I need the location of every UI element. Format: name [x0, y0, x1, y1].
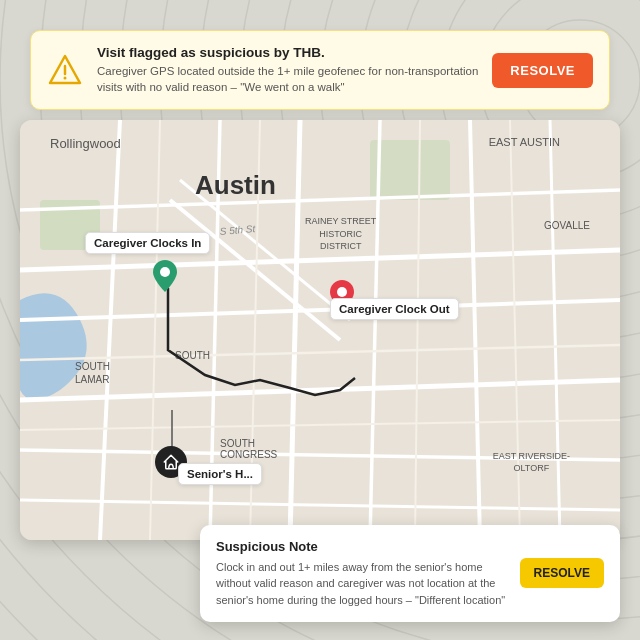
resolve-button-bottom[interactable]: RESOLVE	[520, 558, 604, 588]
map-container: S 5th St Rollingwood Austin EAST AUSTIN …	[20, 120, 620, 540]
svg-point-23	[64, 77, 67, 80]
clock-in-pin	[153, 260, 177, 290]
svg-point-52	[160, 267, 170, 277]
caregiver-clock-out-label: Caregiver Clock Out	[330, 298, 459, 320]
alert-description: Caregiver GPS located outside the 1+ mil…	[97, 63, 478, 95]
alert-text-area: Visit flagged as suspicious by THB. Care…	[97, 45, 478, 95]
resolve-button-top[interactable]: RESOLVE	[492, 53, 593, 88]
map-svg: S 5th St	[20, 120, 620, 540]
svg-point-53	[337, 287, 347, 297]
note-text-area: Suspicious Note Clock in and out 1+ mile…	[216, 539, 508, 609]
note-title: Suspicious Note	[216, 539, 508, 554]
suspicious-note-panel: Suspicious Note Clock in and out 1+ mile…	[200, 525, 620, 623]
caregiver-clocks-in-label: Caregiver Clocks In	[85, 232, 210, 254]
alert-title: Visit flagged as suspicious by THB.	[97, 45, 478, 60]
warning-icon	[47, 52, 83, 88]
note-description: Clock in and out 1+ miles away from the …	[216, 559, 508, 609]
alert-banner: Visit flagged as suspicious by THB. Care…	[30, 30, 610, 110]
svg-rect-28	[370, 140, 450, 200]
seniors-home-label: Senior's H...	[178, 463, 262, 485]
